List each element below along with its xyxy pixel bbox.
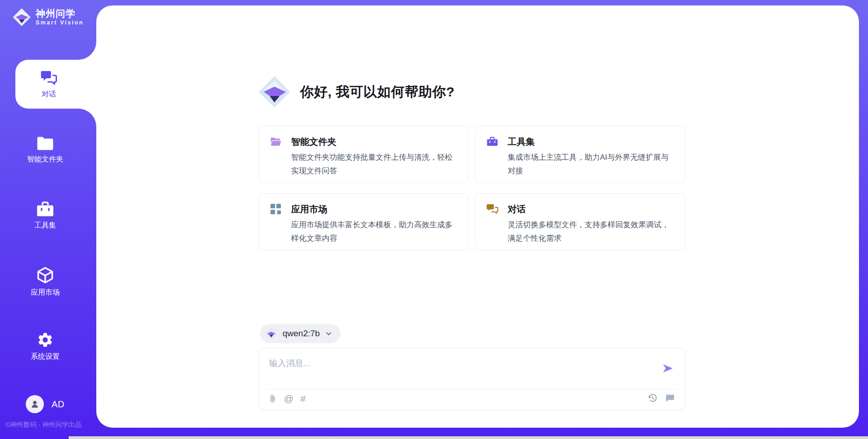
blocks-icon [269, 203, 282, 215]
composer-tools-left: @ # [268, 393, 306, 405]
card-smart-folder[interactable]: 智能文件夹 智能文件夹功能支持批量文件上传与清洗，轻松实现文件问答 [259, 126, 468, 183]
sidebar-item-label: 智能文件夹 [27, 155, 63, 164]
feature-cards: 智能文件夹 智能文件夹功能支持批量文件上传与清洗，轻松实现文件问答 工具集 集成… [259, 126, 685, 250]
greeting-row: 你好, 我可以如何帮助你? [258, 75, 455, 109]
cube-icon [36, 266, 54, 284]
sidebar-item-toolset[interactable]: 工具集 [0, 201, 90, 230]
send-icon[interactable] [661, 362, 674, 375]
attachment-icon[interactable] [268, 393, 277, 404]
message-input[interactable] [268, 355, 650, 372]
app-brand: 神州问学 Smart Vision [12, 8, 84, 27]
card-description: 灵活切换多模型文件，支持多样回复效果调试，满足个性化需求 [508, 218, 674, 245]
briefcase-icon [486, 135, 499, 148]
card-toolset[interactable]: 工具集 集成市场上主流工具，助力AI与外界无缝扩展与对接 [475, 126, 685, 183]
sidebar-item-chat[interactable]: 对话 [15, 60, 98, 109]
card-description: 应用市场提供丰富长文本模板，助力高效生成多样化文章内容 [291, 218, 457, 245]
chat-bubbles-icon [486, 203, 499, 215]
card-title: 对话 [508, 203, 526, 215]
history-icon[interactable] [647, 393, 658, 403]
brand-diamond-logo [258, 75, 291, 109]
tab-curve-bottom [78, 109, 96, 127]
folder-open-icon [269, 135, 282, 148]
card-title: 智能文件夹 [291, 136, 336, 148]
card-description: 智能文件夹功能支持批量文件上传与清洗，轻松实现文件问答 [291, 151, 457, 178]
copyright-text: ©神州数码 · 神州问学出品 [5, 420, 82, 429]
sidebar-item-settings[interactable]: 系统设置 [0, 331, 90, 362]
tab-curve-top [78, 42, 96, 60]
brand-diamond-logo [12, 8, 31, 27]
person-icon [30, 399, 40, 409]
sidebar-item-label: 工具集 [34, 221, 56, 230]
model-logo-icon [265, 328, 277, 339]
bottom-edge-strip [69, 436, 868, 439]
card-chat[interactable]: 对话 灵活切换多模型文件，支持多样回复效果调试，满足个性化需求 [475, 193, 685, 250]
mention-icon[interactable]: @ [284, 393, 293, 405]
gear-icon [37, 331, 54, 348]
user-account[interactable]: AD [26, 395, 65, 413]
avatar [26, 395, 44, 413]
briefcase-icon [36, 201, 54, 217]
brand-name: 神州问学 [36, 8, 84, 19]
sidebar-item-smart-folder[interactable]: 智能文件夹 [0, 136, 90, 164]
card-title: 应用市场 [291, 203, 327, 215]
folder-icon [36, 136, 54, 151]
sidebar-item-label: 应用市场 [31, 288, 60, 297]
card-description: 集成市场上主流工具，助力AI与外界无缝扩展与对接 [508, 151, 674, 178]
sidebar-item-app-market[interactable]: 应用市场 [0, 266, 90, 297]
card-title: 工具集 [508, 136, 535, 148]
composer-tools-right [647, 393, 675, 403]
message-composer: @ # [259, 348, 685, 410]
card-app-market[interactable]: 应用市场 应用市场提供丰富长文本模板，助力高效生成多样化文章内容 [259, 193, 468, 250]
greeting-title: 你好, 我可以如何帮助你? [300, 83, 455, 101]
model-selector[interactable]: qwen2:7b [260, 324, 340, 343]
main-content-panel: 你好, 我可以如何帮助你? 智能文件夹 智能文件夹功能支持批量文件上传与清洗，轻… [96, 5, 859, 428]
composer-divider [267, 389, 677, 389]
brand-subtitle: Smart Vision [36, 19, 84, 26]
message-icon[interactable] [665, 393, 675, 403]
hash-icon[interactable]: # [300, 393, 306, 405]
user-name: AD [52, 399, 65, 410]
chevron-down-icon [325, 330, 332, 337]
chat-bubbles-icon [40, 69, 58, 86]
sidebar-item-label: 对话 [42, 90, 56, 99]
model-name: qwen2:7b [283, 329, 320, 339]
sidebar-item-label: 系统设置 [31, 352, 60, 362]
